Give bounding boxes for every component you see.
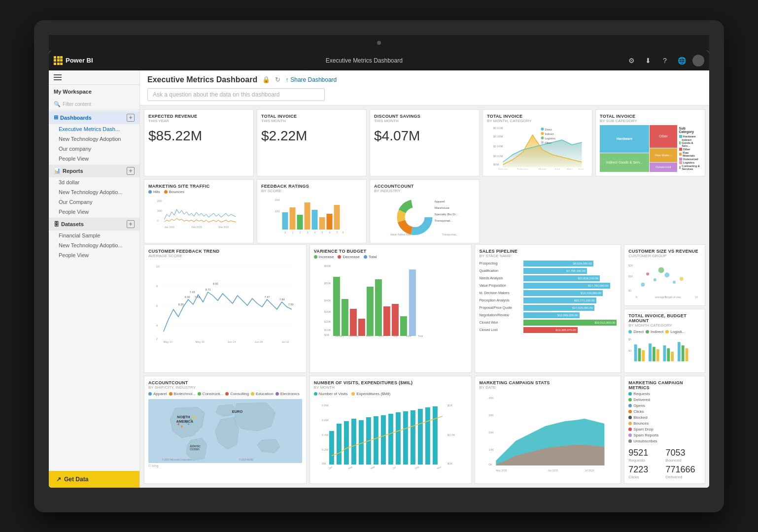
svg-text:8: 8 — [343, 231, 344, 234]
svg-text:March: March — [539, 168, 546, 169]
sidebar-item-people-view[interactable]: People View — [49, 154, 139, 164]
sidebar-item-3ddollar[interactable]: 3d dollar — [49, 177, 139, 187]
hamburger-menu[interactable] — [49, 70, 139, 85]
add-dashboard-btn[interactable]: + — [127, 114, 135, 122]
svg-text:May 2015: May 2015 — [496, 469, 507, 472]
sidebar-item-our-company[interactable]: Our company — [49, 144, 139, 154]
reports-header[interactable]: 📊 Reports + — [49, 165, 139, 177]
svg-rect-162 — [381, 415, 386, 465]
dashboard-header: Executive Metrics Dashboard 🔒 ↻ ↑ Share … — [140, 70, 709, 105]
pipeline-bars: Prospecting $8,629,000.00 Qualification … — [479, 261, 617, 333]
sidebar-item-new-technology[interactable]: New Technology Adoption — [49, 134, 139, 144]
camera-dot — [377, 41, 381, 45]
svg-rect-168 — [425, 407, 430, 465]
share-icon: ↑ — [285, 76, 288, 83]
svg-text:$0.04M: $0.04M — [493, 145, 503, 148]
svg-text:10: 10 — [695, 296, 698, 299]
svg-text:Jan: Jan — [328, 465, 333, 469]
svg-rect-124 — [653, 347, 655, 361]
svg-text:Jun 14: Jun 14 — [228, 340, 236, 343]
svg-point-111 — [641, 282, 645, 286]
tile-total-invoice-month: Total Invoice THIS MONTH $2.22M — [257, 109, 367, 176]
share-dashboard-btn[interactable]: ↑ Share Dashboard — [285, 76, 337, 83]
svg-text:Warehouse: Warehouse — [435, 206, 450, 209]
svg-rect-31 — [297, 215, 303, 230]
svg-text:$1K: $1K — [628, 275, 633, 278]
tile-feedback-ratings: Feedback Ratings BY SCORE 200 100 — [257, 179, 367, 243]
svg-rect-169 — [433, 406, 438, 465]
sidebar-item-our-company-report[interactable]: Our Company — [49, 197, 139, 207]
qa-search-bar[interactable]: Ask a question about the data on this da… — [147, 88, 325, 101]
tile-account-count-industry: AccountCount BY INDUSTRY Apparel Warehou… — [370, 179, 480, 243]
datasets-header[interactable]: 🗄 Datasets + — [49, 218, 139, 231]
filter-content[interactable]: 🔍 Filter content — [49, 99, 139, 110]
get-data-icon: ↗ — [56, 476, 61, 483]
svg-text:0M: 0M — [322, 462, 326, 465]
feedback-trend-chart: 10 8 6 4 2 — [148, 260, 302, 344]
tile-total-invoice-subcategory: Total Invoice BY SUB CATEGORY Hardware I… — [595, 109, 705, 176]
svg-point-17 — [541, 136, 544, 139]
svg-text:4: 4 — [156, 324, 158, 327]
svg-text:Value Added Res...: Value Added Res... — [390, 233, 413, 236]
svg-text:$10K: $10K — [324, 329, 331, 332]
svg-rect-159 — [359, 420, 364, 465]
add-dataset-btn[interactable]: + — [127, 220, 135, 228]
get-data-button[interactable]: ↗ Get Data — [49, 471, 139, 488]
sidebar-item-executive-metrics[interactable]: Executive Metrics Dash... — [49, 124, 139, 134]
dashboard-title: Executive Metrics Dashboard — [147, 75, 257, 84]
svg-rect-36 — [334, 205, 340, 230]
svg-rect-95 — [400, 316, 407, 336]
campaign-chart: 40K 30K 20K 10K 0K May 2015 Jun 2015 — [479, 392, 617, 473]
svg-rect-93 — [383, 306, 390, 336]
svg-point-112 — [654, 278, 656, 281]
waffle-icon[interactable] — [54, 56, 63, 65]
pipeline-qualification: Qualification $7,756,150.00 — [479, 268, 617, 274]
download-icon[interactable]: ⬇ — [642, 55, 654, 66]
sidebar-item-people-view-report[interactable]: People View — [49, 207, 139, 217]
svg-text:0.6M: 0.6M — [322, 419, 328, 422]
svg-text:February: February — [349, 334, 359, 337]
svg-text:$0K: $0K — [448, 462, 453, 465]
metrics-stats: 9521 Requests 7053 Bounced 7223 Clicks — [628, 448, 701, 479]
svg-text:Other: Other — [545, 141, 552, 144]
svg-text:average length of stay: average length of stay — [655, 296, 681, 299]
svg-text:March: March — [366, 334, 373, 337]
svg-text:$40K: $40K — [324, 299, 331, 302]
svg-rect-158 — [351, 419, 356, 465]
svg-point-114 — [673, 280, 676, 283]
svg-point-50 — [407, 209, 423, 225]
svg-text:Jan 2015: Jan 2015 — [165, 226, 175, 229]
svg-rect-155 — [329, 431, 334, 465]
tile-account-count-map: AccountCount BY SHIP/CITY, INDUSTRY Appa… — [144, 376, 307, 484]
svg-text:Specialty Btu Di...: Specialty Btu Di... — [435, 213, 458, 216]
svg-text:8.71: 8.71 — [206, 288, 211, 291]
dashboards-header[interactable]: ⊞ Dashboards + — [49, 111, 139, 124]
svg-point-15 — [541, 132, 544, 135]
svg-text:$5: $5 — [628, 338, 631, 341]
svg-text:May 31: May 31 — [196, 340, 205, 343]
svg-rect-126 — [663, 345, 666, 361]
dashboards-section: ⊞ Dashboards + Executive Metrics Dash...… — [49, 111, 139, 164]
pipeline-needs: Needs Analysis $11,819,210.00 — [479, 275, 617, 281]
user-avatar[interactable] — [692, 55, 704, 66]
svg-text:NORTH: NORTH — [177, 415, 190, 419]
globe-icon[interactable]: 🌐 — [676, 55, 688, 66]
add-report-btn[interactable]: + — [127, 167, 135, 175]
sidebar: My Workspace 🔍 Filter content ⊞ Dashboar… — [49, 70, 140, 488]
svg-rect-128 — [671, 351, 674, 361]
svg-rect-157 — [344, 421, 349, 465]
svg-text:© 2015 HERE: © 2015 HERE — [239, 458, 253, 461]
workspace-label[interactable]: My Workspace — [49, 85, 139, 99]
svg-rect-87 — [333, 277, 340, 336]
svg-text:Total: Total — [418, 334, 423, 337]
traffic-chart: 200 100 0 Jan 2015 Feb 2015 Mar 2015 — [148, 195, 249, 229]
sidebar-item-financial[interactable]: Financial Sample — [49, 231, 139, 240]
help-icon[interactable]: ? — [659, 55, 671, 66]
svg-rect-127 — [667, 348, 670, 361]
svg-rect-29 — [282, 212, 288, 230]
sidebar-item-people-view-dataset[interactable]: People View — [49, 250, 139, 260]
sidebar-item-new-tech-report[interactable]: New Technology Adoptio... — [49, 187, 139, 197]
sidebar-item-new-tech-dataset[interactable]: New Technology Adoptio... — [49, 240, 139, 250]
svg-rect-161 — [374, 416, 379, 465]
settings-icon[interactable]: ⚙ — [625, 55, 637, 66]
